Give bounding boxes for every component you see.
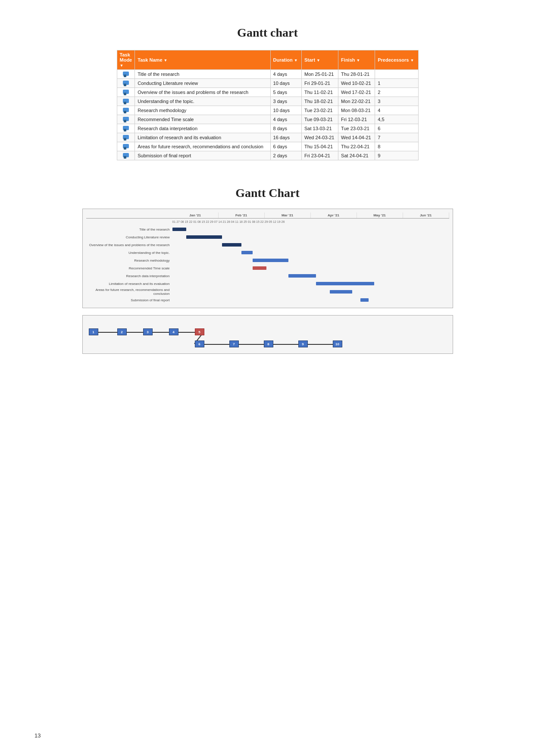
table-row: Research data interpretation8 daysSat 13… <box>117 124 418 133</box>
task-mode-cell <box>117 88 135 97</box>
duration-filter[interactable]: ▼ <box>294 58 298 62</box>
col-header-predecessors[interactable]: Predecessors ▼ <box>375 50 418 70</box>
col-header-task-name[interactable]: Task Name ▼ <box>135 50 270 70</box>
gantt-bar-area <box>172 243 449 247</box>
chart-title: Gantt Chart <box>82 186 453 200</box>
gantt-bar-label: Areas for future research, recommendatio… <box>86 288 172 296</box>
gantt-bar <box>253 266 266 270</box>
start-cell: Fri 23-04-21 <box>301 151 338 160</box>
gantt-bar-area <box>172 281 449 286</box>
gantt-bar-area <box>172 250 449 255</box>
gantt-bar-row: Overview of the issues and problems of t… <box>86 241 449 248</box>
predecessors-cell: 1 <box>375 79 418 88</box>
gantt-bar <box>222 243 241 247</box>
timeline-may: May '21 <box>357 212 403 218</box>
gantt-bar-label: Conducting Literature review <box>86 235 172 239</box>
net-node: 5 <box>195 328 204 335</box>
task-mode-cell <box>117 142 135 151</box>
net-arrow <box>153 332 169 333</box>
gantt-bar-area <box>172 227 449 231</box>
finish-cell: Wed 14-04-21 <box>338 133 375 142</box>
duration-cell: 8 days <box>270 124 301 133</box>
gantt-bar <box>241 251 253 254</box>
finish-filter[interactable]: ▼ <box>357 58 360 62</box>
task-name-cell: Understanding of the topic. <box>135 97 270 106</box>
table-row: Limitation of research and its evaluatio… <box>117 133 418 142</box>
gantt-bar-area <box>172 290 449 294</box>
task-name-cell: Recommended Time scale <box>135 115 270 124</box>
finish-cell: Sat 24-04-21 <box>338 151 375 160</box>
predecessors-filter[interactable]: ▼ <box>410 58 414 62</box>
gantt-bar-row: Conducting Literature review <box>86 234 449 241</box>
task-mode-icon <box>123 153 129 157</box>
timeline-mar: Mar '21 <box>265 212 311 218</box>
task-mode-icon <box>123 72 129 76</box>
gantt-bar-label: Research methodology <box>86 259 172 262</box>
predecessors-cell: 9 <box>375 151 418 160</box>
duration-cell: 6 days <box>270 142 301 151</box>
col-header-task-mode[interactable]: Task Mode ▼ <box>117 50 135 70</box>
gantt-timeline-cells: Jan '21 Feb '21 Mar '21 Apr '21 May '21 … <box>172 212 449 218</box>
table-row: Title of the research4 daysMon 25-01-21T… <box>117 70 418 79</box>
duration-cell: 3 days <box>270 97 301 106</box>
gantt-bar-area <box>172 298 449 302</box>
predecessors-cell: 6 <box>375 124 418 133</box>
gantt-bar-label: Research data interpretation <box>86 274 172 278</box>
duration-cell: 4 days <box>270 70 301 79</box>
predecessors-cell: 4 <box>375 106 418 115</box>
task-mode-icon <box>123 126 129 130</box>
gantt-bar-label: Understanding of the topic. <box>86 251 172 255</box>
net-arrow <box>98 332 117 333</box>
net-node: 4 <box>169 328 178 335</box>
task-name-cell: Areas for future research, recommendatio… <box>135 142 270 151</box>
gantt-bar-area <box>172 235 449 239</box>
net-arrow <box>239 344 264 345</box>
net-node: 1 <box>89 328 98 335</box>
predecessors-cell: 3 <box>375 97 418 106</box>
start-cell: Mon 25-01-21 <box>301 70 338 79</box>
net-node: 6 <box>195 341 204 347</box>
table-row: Submission of final report2 daysFri 23-0… <box>117 151 418 160</box>
predecessors-cell: 2 <box>375 88 418 97</box>
tick-labels: 01 27 08 15 22 01 08 15 22 29 07 14 21 2… <box>172 220 449 223</box>
gantt-bar-row: Title of the research <box>86 226 449 233</box>
start-cell: Tue 09-03-21 <box>301 115 338 124</box>
start-filter[interactable]: ▼ <box>316 58 320 62</box>
start-cell: Tue 23-02-21 <box>301 106 338 115</box>
table-row: Understanding of the topic.3 daysThu 18-… <box>117 97 418 106</box>
task-mode-icon <box>123 90 129 94</box>
task-mode-cell <box>117 133 135 142</box>
gantt-bar <box>172 228 186 231</box>
task-mode-icon <box>123 144 129 148</box>
gantt-bar-label: Submission of final report <box>86 298 172 302</box>
gantt-bar <box>330 290 352 294</box>
gantt-date-ticks: 01 27 08 15 22 01 08 15 22 29 07 14 21 2… <box>86 220 449 223</box>
start-cell: Thu 18-02-21 <box>301 97 338 106</box>
predecessors-cell: 8 <box>375 142 418 151</box>
gantt-bar-row: Submission of final report <box>86 297 449 303</box>
predecessors-cell: 4,5 <box>375 115 418 124</box>
gantt-bar-row: Recommended Time scale <box>86 265 449 272</box>
col-header-finish[interactable]: Finish ▼ <box>338 50 375 70</box>
task-mode-icon <box>123 135 129 139</box>
task-name-cell: Conducting Literature review <box>135 79 270 88</box>
task-mode-cell <box>117 115 135 124</box>
net-node: 3 <box>143 328 153 335</box>
net-arrow <box>273 344 298 345</box>
tick-spacer <box>86 220 172 223</box>
gantt-bar-area <box>172 266 449 270</box>
task-mode-filter[interactable]: ▼ <box>120 63 124 68</box>
gantt-bars-container: Title of the researchConducting Literatu… <box>86 226 449 303</box>
task-name-filter[interactable]: ▼ <box>164 58 168 62</box>
net-node: 7 <box>229 341 239 347</box>
net-node: 10 <box>333 341 342 347</box>
gantt-bar-label: Limitation of research and its evaluatio… <box>86 282 172 286</box>
gantt-bar-row: Research data interpretation <box>86 272 449 279</box>
col-header-duration[interactable]: Duration ▼ <box>270 50 301 70</box>
gantt-bar-area <box>172 274 449 278</box>
duration-cell: 2 days <box>270 151 301 160</box>
timeline-jan: Jan '21 <box>172 212 219 218</box>
finish-cell: Wed 17-02-21 <box>338 88 375 97</box>
task-mode-cell <box>117 124 135 133</box>
col-header-start[interactable]: Start ▼ <box>301 50 338 70</box>
